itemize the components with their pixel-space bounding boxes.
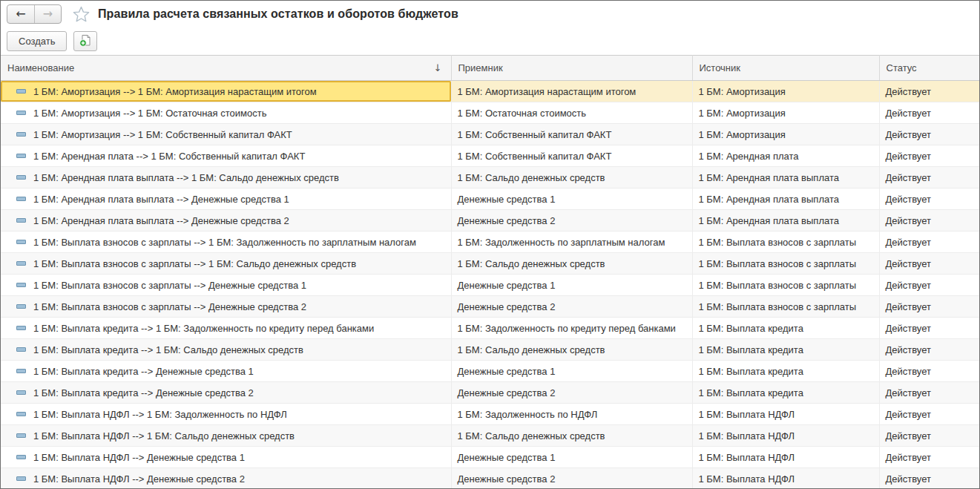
source-cell[interactable]: 1 БМ: Выплата кредита: [692, 318, 879, 339]
source-cell[interactable]: 1 БМ: Арендная плата выплата: [692, 188, 879, 210]
name-cell[interactable]: 1 БМ: Выплата НДФЛ --> 1 БМ: Задолженнос…: [1, 404, 451, 425]
receiver-cell[interactable]: Денежные средства 1: [451, 447, 692, 468]
status-cell[interactable]: Действует: [879, 188, 979, 210]
name-cell[interactable]: 1 БМ: Выплата взносов с зарплаты --> Ден…: [1, 275, 451, 296]
status-cell[interactable]: Действует: [879, 167, 979, 188]
status-cell[interactable]: Действует: [879, 361, 979, 382]
status-cell[interactable]: Действует: [879, 382, 979, 404]
receiver-cell[interactable]: 1 БМ: Сальдо денежных средств: [451, 339, 692, 361]
name-cell[interactable]: 1 БМ: Выплата кредита --> 1 БМ: Задолжен…: [1, 318, 451, 339]
source-cell[interactable]: 1 БМ: Арендная плата: [692, 145, 879, 167]
receiver-cell[interactable]: 1 БМ: Задолженность по кредиту перед бан…: [451, 318, 692, 339]
table-row[interactable]: 1 БМ: Выплата взносов с зарплаты --> Ден…: [1, 275, 979, 296]
column-header-name[interactable]: Наименование ↓: [1, 56, 451, 81]
status-cell[interactable]: Действует: [879, 339, 979, 361]
name-cell[interactable]: 1 БМ: Арендная плата выплата --> Денежны…: [1, 188, 451, 210]
name-cell[interactable]: 1 БМ: Выплата взносов с зарплаты --> Ден…: [1, 296, 451, 318]
source-cell[interactable]: 1 БМ: Выплата взносов с зарплаты: [692, 275, 879, 296]
status-cell[interactable]: Действует: [879, 145, 979, 167]
status-cell[interactable]: Действует: [879, 253, 979, 275]
forward-button[interactable]: →: [34, 5, 61, 23]
source-cell[interactable]: 1 БМ: Выплата НДФЛ: [692, 468, 879, 489]
name-cell[interactable]: 1 БМ: Амортизация --> 1 БМ: Остаточная с…: [1, 102, 451, 124]
favorites-star-icon[interactable]: [73, 6, 90, 22]
name-cell[interactable]: 1 БМ: Арендная плата выплата --> Денежны…: [1, 210, 451, 232]
source-cell[interactable]: 1 БМ: Выплата взносов с зарплаты: [692, 253, 879, 275]
name-cell[interactable]: 1 БМ: Амортизация --> 1 БМ: Собственный …: [1, 124, 451, 145]
source-cell[interactable]: 1 БМ: Амортизация: [692, 102, 879, 124]
receiver-cell[interactable]: 1 БМ: Задолженность по НДФЛ: [451, 404, 692, 425]
table-row[interactable]: 1 БМ: Выплата кредита --> Денежные средс…: [1, 361, 979, 382]
source-cell[interactable]: 1 БМ: Арендная плата выплата: [692, 167, 879, 188]
name-cell[interactable]: 1 БМ: Выплата НДФЛ --> Денежные средства…: [1, 447, 451, 468]
status-cell[interactable]: Действует: [879, 296, 979, 318]
source-cell[interactable]: 1 БМ: Выплата кредита: [692, 382, 879, 404]
table-row[interactable]: 1 БМ: Выплата НДФЛ --> 1 БМ: Сальдо дене…: [1, 425, 979, 447]
table-row[interactable]: 1 БМ: Выплата взносов с зарплаты --> 1 Б…: [1, 253, 979, 275]
column-header-receiver[interactable]: Приемник: [451, 56, 692, 81]
name-cell[interactable]: 1 БМ: Выплата взносов с зарплаты --> 1 Б…: [1, 253, 451, 275]
source-cell[interactable]: 1 БМ: Выплата кредита: [692, 339, 879, 361]
back-button[interactable]: ←: [7, 5, 34, 23]
table-row[interactable]: 1 БМ: Выплата кредита --> Денежные средс…: [1, 382, 979, 404]
column-header-source[interactable]: Источник: [692, 56, 879, 81]
source-cell[interactable]: 1 БМ: Выплата взносов с зарплаты: [692, 296, 879, 318]
status-cell[interactable]: Действует: [879, 210, 979, 232]
source-cell[interactable]: 1 БМ: Амортизация: [692, 124, 879, 145]
receiver-cell[interactable]: Денежные средства 1: [451, 275, 692, 296]
table-row[interactable]: 1 БМ: Арендная плата выплата --> 1 БМ: С…: [1, 167, 979, 188]
source-cell[interactable]: 1 БМ: Арендная плата выплата: [692, 210, 879, 232]
source-cell[interactable]: 1 БМ: Выплата НДФЛ: [692, 447, 879, 468]
name-cell[interactable]: 1 БМ: Выплата кредита --> 1 БМ: Сальдо д…: [1, 339, 451, 361]
status-cell[interactable]: Действует: [879, 318, 979, 339]
name-cell[interactable]: 1 БМ: Выплата взносов с зарплаты --> 1 Б…: [1, 232, 451, 253]
create-button[interactable]: Создать: [7, 31, 67, 51]
name-cell[interactable]: 1 БМ: Выплата кредита --> Денежные средс…: [1, 382, 451, 404]
status-cell[interactable]: Действует: [879, 81, 979, 102]
table-row[interactable]: 1 БМ: Выплата НДФЛ --> 1 БМ: Задолженнос…: [1, 404, 979, 425]
receiver-cell[interactable]: 1 БМ: Сальдо денежных средств: [451, 425, 692, 447]
receiver-cell[interactable]: 1 БМ: Собственный капитал ФАКТ: [451, 145, 692, 167]
receiver-cell[interactable]: 1 БМ: Сальдо денежных средств: [451, 253, 692, 275]
source-cell[interactable]: 1 БМ: Выплата взносов с зарплаты: [692, 232, 879, 253]
receiver-cell[interactable]: Денежные средства 2: [451, 382, 692, 404]
status-cell[interactable]: Действует: [879, 468, 979, 489]
table-row[interactable]: 1 БМ: Арендная плата --> 1 БМ: Собственн…: [1, 145, 979, 167]
table-row[interactable]: 1 БМ: Выплата НДФЛ --> Денежные средства…: [1, 468, 979, 489]
name-cell[interactable]: 1 БМ: Арендная плата выплата --> 1 БМ: С…: [1, 167, 451, 188]
receiver-cell[interactable]: Денежные средства 1: [451, 361, 692, 382]
receiver-cell[interactable]: Денежные средства 2: [451, 468, 692, 489]
table-row[interactable]: 1 БМ: Арендная плата выплата --> Денежны…: [1, 210, 979, 232]
name-cell[interactable]: 1 БМ: Амортизация --> 1 БМ: Амортизация …: [1, 81, 451, 102]
receiver-cell[interactable]: Денежные средства 1: [451, 188, 692, 210]
table-row[interactable]: 1 БМ: Амортизация --> 1 БМ: Амортизация …: [1, 81, 979, 102]
status-cell[interactable]: Действует: [879, 275, 979, 296]
name-cell[interactable]: 1 БМ: Выплата кредита --> Денежные средс…: [1, 361, 451, 382]
receiver-cell[interactable]: 1 БМ: Задолженность по зарплатным налога…: [451, 232, 692, 253]
table-row[interactable]: 1 БМ: Выплата кредита --> 1 БМ: Задолжен…: [1, 318, 979, 339]
name-cell[interactable]: 1 БМ: Выплата НДФЛ --> 1 БМ: Сальдо дене…: [1, 425, 451, 447]
status-cell[interactable]: Действует: [879, 425, 979, 447]
receiver-cell[interactable]: 1 БМ: Амортизация нарастащим итогом: [451, 81, 692, 102]
receiver-cell[interactable]: 1 БМ: Остаточная стоимость: [451, 102, 692, 124]
source-cell[interactable]: 1 БМ: Выплата НДФЛ: [692, 404, 879, 425]
status-cell[interactable]: Действует: [879, 102, 979, 124]
table-row[interactable]: 1 БМ: Амортизация --> 1 БМ: Собственный …: [1, 124, 979, 145]
table-row[interactable]: 1 БМ: Арендная плата выплата --> Денежны…: [1, 188, 979, 210]
status-cell[interactable]: Действует: [879, 447, 979, 468]
table-row[interactable]: 1 БМ: Выплата кредита --> 1 БМ: Сальдо д…: [1, 339, 979, 361]
table-row[interactable]: 1 БМ: Выплата НДФЛ --> Денежные средства…: [1, 447, 979, 468]
status-cell[interactable]: Действует: [879, 404, 979, 425]
receiver-cell[interactable]: 1 БМ: Сальдо денежных средств: [451, 167, 692, 188]
receiver-cell[interactable]: Денежные средства 2: [451, 296, 692, 318]
status-cell[interactable]: Действует: [879, 232, 979, 253]
receiver-cell[interactable]: Денежные средства 2: [451, 210, 692, 232]
table-row[interactable]: 1 БМ: Выплата взносов с зарплаты --> Ден…: [1, 296, 979, 318]
status-cell[interactable]: Действует: [879, 124, 979, 145]
name-cell[interactable]: 1 БМ: Арендная плата --> 1 БМ: Собственн…: [1, 145, 451, 167]
source-cell[interactable]: 1 БМ: Амортизация: [692, 81, 879, 102]
source-cell[interactable]: 1 БМ: Выплата кредита: [692, 361, 879, 382]
name-cell[interactable]: 1 БМ: Выплата НДФЛ --> Денежные средства…: [1, 468, 451, 489]
source-cell[interactable]: 1 БМ: Выплата НДФЛ: [692, 425, 879, 447]
table-row[interactable]: 1 БМ: Амортизация --> 1 БМ: Остаточная с…: [1, 102, 979, 124]
